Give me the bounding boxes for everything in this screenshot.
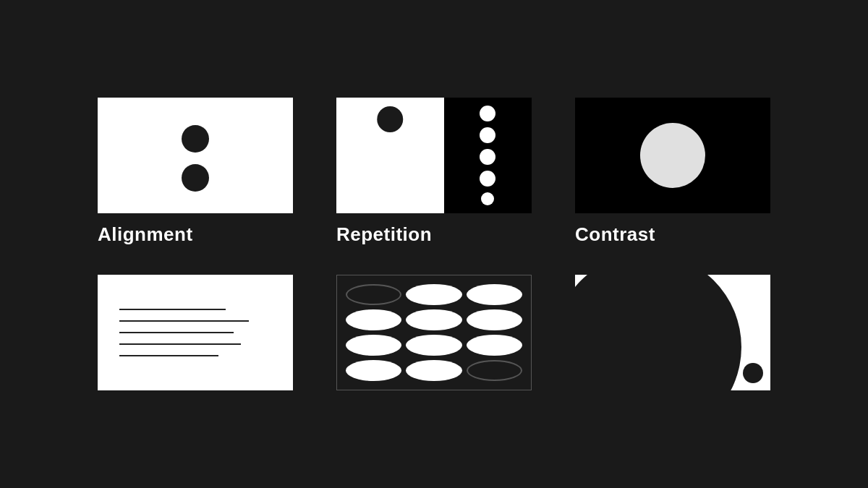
repetition-image (336, 98, 532, 213)
rep-dot-1 (480, 106, 495, 121)
rep-dot-5 (481, 192, 494, 205)
prox-dot-r2c3 (467, 309, 522, 330)
rep-dot-4 (480, 171, 495, 187)
line-5 (119, 355, 218, 356)
rep-dot-2 (480, 127, 495, 143)
prox-dot-r1c1 (346, 284, 401, 305)
quarter-image (575, 275, 770, 390)
prox-dot-r1c3 (467, 284, 522, 305)
prox-dot-r3c3 (467, 335, 522, 356)
rep-white-half (336, 98, 444, 213)
prox-dot-r4c2 (406, 360, 461, 381)
prox-dot-r3c1 (346, 335, 401, 356)
repetition-label: Repetition (336, 223, 432, 246)
svg-point-0 (377, 106, 403, 132)
line-2 (119, 320, 249, 322)
contrast-image (575, 98, 770, 213)
alignment-image (98, 98, 293, 213)
main-grid: Alignment Repetition Contrast (69, 69, 799, 419)
contrast-label: Contrast (575, 223, 655, 246)
proximity-image (336, 275, 532, 390)
card-repetition: Repetition (336, 98, 532, 246)
line-4 (119, 343, 241, 345)
card-contrast: Contrast (575, 98, 770, 246)
line-1 (119, 309, 226, 310)
prox-dot-r1c2 (406, 284, 461, 305)
prox-dot-r3c2 (406, 335, 461, 356)
lines-image (98, 275, 293, 390)
card-proximity (336, 275, 532, 390)
rep-dots-col (444, 98, 532, 213)
alignment-dot-1 (182, 125, 209, 153)
card-lines (98, 275, 293, 390)
card-alignment: Alignment (98, 98, 293, 246)
quarter-circle-shape (575, 275, 741, 390)
card-quarter (575, 275, 770, 390)
contrast-circle (640, 123, 705, 188)
line-3 (119, 332, 234, 333)
rep-dot-3 (480, 149, 495, 165)
prox-dot-r2c1 (346, 309, 401, 330)
prox-dot-r4c1 (346, 360, 401, 381)
small-dot-br (743, 363, 763, 383)
prox-dot-r2c2 (406, 309, 461, 330)
alignment-dot-2 (182, 164, 209, 192)
alignment-label: Alignment (98, 223, 193, 246)
prox-dot-r4c3 (467, 360, 522, 381)
